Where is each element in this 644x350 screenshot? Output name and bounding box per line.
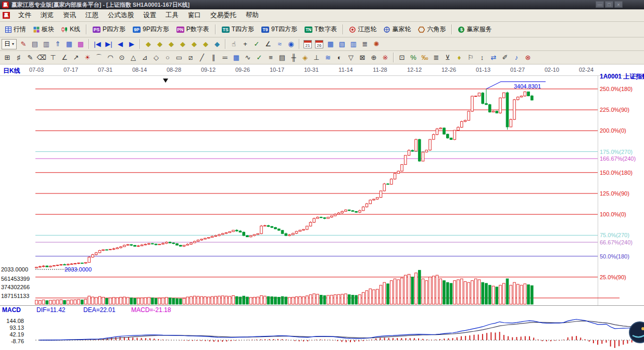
parallel-lines-button[interactable]: ∥: [208, 52, 219, 63]
fan-lines-button[interactable]: ☀: [82, 52, 93, 63]
doc-button[interactable]: ▤: [29, 38, 41, 49]
pen-button[interactable]: ✎: [18, 38, 29, 49]
winner-logo[interactable]: [629, 322, 644, 343]
menu-gann[interactable]: 江恩: [81, 9, 103, 21]
waves-blue-button[interactable]: ≋: [322, 52, 334, 63]
toolbar-winner-wheel[interactable]: 赢家轮: [380, 23, 414, 35]
arc-button[interactable]: ⌒: [93, 52, 105, 63]
menu-formula-stock-pick[interactable]: 公式选股: [103, 9, 138, 21]
gann-tool-6-button[interactable]: ◆: [200, 38, 211, 49]
circle-plus-button[interactable]: ⊕: [368, 52, 380, 63]
gann-grid-button[interactable]: ⊞: [2, 52, 13, 63]
pencil-button[interactable]: ✎: [24, 52, 36, 63]
doc-2-button[interactable]: ▥: [41, 38, 52, 49]
menu-window[interactable]: 窗口: [183, 9, 206, 21]
permille-button[interactable]: ‰: [419, 52, 431, 63]
menu-tools[interactable]: 工具: [161, 9, 183, 21]
rows-view-button[interactable]: ≣: [359, 38, 371, 49]
box-dot-button[interactable]: ⊡: [396, 52, 408, 63]
toolbar-quotes[interactable]: 行情: [2, 23, 30, 35]
hatch-button[interactable]: ♯: [13, 52, 24, 63]
pen-alt-button[interactable]: ✐: [499, 52, 511, 63]
triple-line-button[interactable]: ≡: [265, 52, 276, 63]
toolbar-winner-service[interactable]: $赢家服务: [454, 23, 495, 35]
check-small-button[interactable]: ✓: [254, 52, 265, 63]
child-window-icon[interactable]: 赢: [3, 12, 10, 19]
box-diagonal-button[interactable]: ⧄: [185, 52, 196, 63]
diag-line-button[interactable]: ╱: [196, 52, 208, 63]
grid-small-button[interactable]: ▦: [231, 52, 242, 63]
rectangle-button[interactable]: ▭: [173, 52, 185, 63]
gann-tool-2-button[interactable]: ◆: [154, 38, 166, 49]
double-line-button[interactable]: ═: [219, 52, 231, 63]
wheel-mini-button[interactable]: ◉: [285, 38, 297, 49]
page-blue-button[interactable]: ▧: [336, 38, 348, 49]
toolbar-t-number-table[interactable]: TNT数字表: [301, 23, 340, 35]
burst-alert-button[interactable]: ✺: [371, 38, 382, 49]
crosshair-tool-button[interactable]: +: [239, 38, 251, 49]
diamond-outline-button[interactable]: ◇: [150, 52, 162, 63]
toolbar-gann-wheel[interactable]: 江恩轮: [346, 23, 380, 35]
circle-x-button[interactable]: ⊗: [522, 52, 534, 63]
hand-tool-button[interactable]: ☝: [228, 38, 239, 49]
gann-tool-5-button[interactable]: ◆: [188, 38, 200, 49]
period-day-button[interactable]: 日▾: [2, 39, 17, 49]
angle-measure-button[interactable]: ∠: [262, 38, 274, 49]
toolbar-9t-square[interactable]: T99T四方形: [258, 23, 301, 35]
period-label[interactable]: 日K线: [3, 68, 20, 74]
calendar-26-button[interactable]: 26: [313, 38, 325, 49]
close-button[interactable]: ×: [614, 1, 623, 8]
macd-indicator-name[interactable]: MACD: [2, 307, 21, 313]
calendar-21-button[interactable]: 21: [302, 38, 313, 49]
grid-blue-button[interactable]: ▦: [325, 38, 336, 49]
reference-mark-button[interactable]: ※: [380, 52, 391, 63]
menu-settings[interactable]: 设置: [138, 9, 161, 21]
gann-tool-4-button[interactable]: ◆: [177, 38, 188, 49]
menu-news[interactable]: 资讯: [58, 9, 81, 21]
menu-file[interactable]: 文件: [14, 9, 36, 21]
toolbar-t-square[interactable]: TST四方形: [218, 23, 258, 35]
right-triangle-button[interactable]: ⊿: [139, 52, 150, 63]
vertical-arrows-button[interactable]: ↕: [476, 52, 488, 63]
maximize-button[interactable]: □: [605, 1, 613, 8]
diamond-filled-button[interactable]: ◈: [299, 52, 311, 63]
gann-tool-blue-button[interactable]: ◆: [211, 38, 223, 49]
layout-blue-button[interactable]: ▥: [348, 38, 359, 49]
send-up-button[interactable]: ⇑: [52, 38, 64, 49]
menu-browse[interactable]: 浏览: [36, 9, 58, 21]
measure-check-button[interactable]: ✓: [251, 38, 262, 49]
minimize-button[interactable]: —: [596, 1, 604, 8]
angle-line-button[interactable]: ∠: [59, 52, 70, 63]
xor-tool-button[interactable]: ⊻: [442, 52, 453, 63]
rail-line-button[interactable]: ╫: [288, 52, 299, 63]
toolbar-sectors[interactable]: 板块: [30, 23, 58, 35]
menu-help[interactable]: 帮助: [241, 9, 263, 21]
note-tool-button[interactable]: ♪: [511, 52, 522, 63]
perpendicular-button[interactable]: ⊥: [311, 52, 322, 63]
half-circle-button[interactable]: ◐: [334, 52, 345, 63]
nav-last-button[interactable]: ▶|: [103, 38, 115, 49]
list-lines-button[interactable]: ≣: [431, 52, 442, 63]
toolbar-hexagon[interactable]: 六角形: [414, 23, 449, 35]
triangle-up-button[interactable]: △: [128, 52, 139, 63]
toolbar-kline[interactable]: K线: [58, 23, 84, 35]
triangle-down-button[interactable]: ▽: [345, 52, 357, 63]
box-x-button[interactable]: ⊠: [357, 52, 368, 63]
nav-next-button[interactable]: ▶: [126, 38, 137, 49]
wave-line-button[interactable]: ∿: [242, 52, 254, 63]
toolbar-p-number-table[interactable]: PNP数字表: [173, 23, 213, 35]
percent-button[interactable]: %: [408, 52, 419, 63]
color-indicator-button[interactable]: ▩: [75, 38, 86, 49]
swap-arrows-button[interactable]: ⇄: [488, 52, 499, 63]
nav-first-button[interactable]: |◀: [92, 38, 103, 49]
diamond-small-button[interactable]: ♦: [453, 52, 465, 63]
circle-outline-button[interactable]: ○: [162, 52, 173, 63]
menu-trade-order[interactable]: 交易委托: [206, 9, 241, 21]
eraser-button[interactable]: ⌫: [36, 52, 47, 63]
flag-tool-button[interactable]: ⚐: [465, 52, 476, 63]
gann-tool-1-button[interactable]: ◆: [143, 38, 154, 49]
toolbar-9p-square[interactable]: 9P9P四方形: [129, 23, 173, 35]
arc-up-button[interactable]: ◠: [105, 52, 116, 63]
gann-tool-3-button[interactable]: ◆: [166, 38, 177, 49]
arrow-ne-button[interactable]: ↗: [70, 52, 82, 63]
